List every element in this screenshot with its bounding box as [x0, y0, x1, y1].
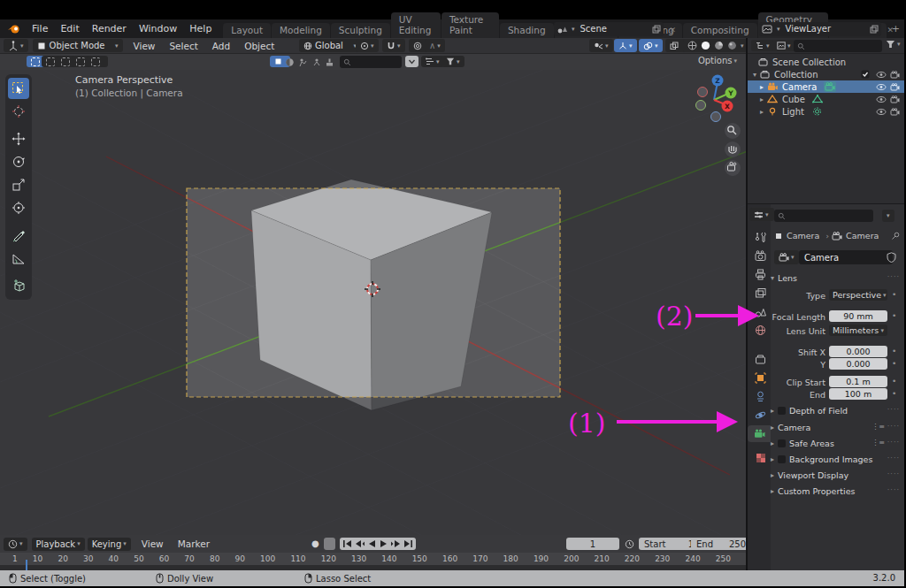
shift-x-field[interactable]: 0.000 [829, 346, 887, 357]
pivot-point-dropdown[interactable]: ▾ [356, 39, 379, 52]
transform-tool[interactable] [8, 197, 29, 218]
main-menu-item[interactable]: Help [183, 23, 218, 34]
disable-render-camera-icon[interactable] [890, 83, 900, 91]
breadcrumb-object[interactable]: Camera [787, 231, 819, 241]
axis-neg-x-ball[interactable] [698, 88, 708, 97]
panel-camera[interactable]: ▸Camera [771, 423, 810, 432]
panel-drag-dots[interactable]: ···· [887, 406, 900, 414]
viewport-menu-item[interactable]: Add [205, 41, 237, 51]
jump-to-end-button[interactable] [403, 539, 413, 548]
solid-shading-button[interactable] [699, 41, 712, 50]
viewport-menu-item[interactable]: View [127, 41, 163, 51]
select-mode-intersect-button[interactable] [87, 56, 108, 67]
outliner-filter-collection-dropdown[interactable]: ▾ [772, 40, 795, 51]
panel-background-images[interactable]: ▸Background Images [771, 454, 872, 464]
outliner-row-collection[interactable]: ▾ Collection [748, 68, 904, 80]
animate-dot[interactable]: • [892, 311, 896, 320]
properties-options-dropdown[interactable]: ▾ [882, 210, 894, 222]
hide-eye-icon[interactable] [876, 95, 887, 103]
tool-search-input[interactable] [340, 56, 402, 68]
viewport-canvas[interactable]: Z Y X Camera Perspective (1) Collection … [0, 70, 748, 535]
show-overlays-toggle[interactable]: ▾ [639, 39, 663, 52]
workspace-tab[interactable]: Texture Paint [441, 12, 499, 38]
animate-dot[interactable]: • [892, 347, 896, 355]
outliner-row-scene-collection[interactable]: Scene Collection [748, 56, 904, 68]
pin-icon[interactable] [891, 232, 900, 241]
current-frame-field[interactable]: 1 [566, 538, 619, 550]
annotate-tool[interactable] [8, 225, 29, 246]
animate-dot[interactable]: • [892, 359, 896, 368]
collection-checkbox[interactable] [861, 70, 870, 79]
panel-drag-dots[interactable]: ···· [887, 273, 900, 281]
display-mode-dropdown[interactable] [405, 56, 418, 67]
sort-dropdown[interactable]: ▾ [421, 56, 444, 67]
type-dropdown[interactable]: Perspective▾ [829, 289, 887, 301]
play-reverse-button[interactable] [367, 539, 377, 548]
main-menu-item[interactable]: Edit [54, 23, 85, 34]
brush-filter-icon[interactable] [325, 57, 334, 67]
timeline-view-menu[interactable]: View [134, 538, 171, 549]
rendered-shading-button[interactable] [726, 41, 739, 50]
axis-neg-z-ball[interactable] [711, 112, 721, 122]
panel-drag-dots[interactable]: ···· [887, 470, 900, 478]
scene-selector[interactable]: ▾ Scene [554, 22, 664, 36]
hide-eye-icon[interactable] [876, 71, 887, 79]
rotate-tool[interactable] [8, 151, 29, 172]
tab-texture-properties[interactable] [750, 449, 771, 466]
copy-icon[interactable] [652, 25, 664, 34]
lens-unit-dropdown[interactable]: Millimeters▾ [829, 325, 887, 336]
auto-key-options-button[interactable] [324, 538, 335, 550]
cursor-tool[interactable] [8, 101, 29, 122]
material-shading-button[interactable] [712, 41, 726, 50]
clip-start-field[interactable]: 0.1 m [829, 376, 887, 387]
mode-dropdown[interactable]: Object Mode▾ [33, 39, 123, 52]
focal-length-field[interactable]: 90 mm [829, 310, 887, 322]
workspace-tab[interactable]: Layout [223, 23, 271, 38]
main-menu-item[interactable]: Window [133, 23, 183, 34]
expand-arrow-icon[interactable]: ▸ [760, 83, 764, 91]
timeline-editor-type-button[interactable]: ▾ [4, 538, 27, 551]
viewport-menu-item[interactable]: Select [162, 41, 204, 51]
hide-eye-icon[interactable] [876, 83, 887, 91]
scene-unlink-icon[interactable]: ✕ [669, 26, 676, 34]
editor-divider[interactable] [746, 38, 748, 570]
sphere-filter-icon[interactable] [285, 57, 295, 67]
data-name-field[interactable]: Camera [799, 250, 893, 264]
lens-panel-header[interactable]: ▾Lens [771, 273, 797, 283]
options-dropdown[interactable]: Options▾ [698, 56, 737, 65]
axis-neg-y-ball[interactable] [696, 101, 706, 111]
orientation-dropdown[interactable]: Global▾ [299, 39, 361, 52]
show-gizmo-toggle[interactable]: ▾ [614, 39, 637, 52]
properties-editor-type-button[interactable]: ▾ [749, 208, 774, 221]
expand-arrow-icon[interactable]: ▸ [760, 108, 764, 116]
disable-render-camera-icon[interactable] [890, 71, 900, 79]
animate-dot[interactable]: • [892, 290, 896, 299]
tab-render-properties[interactable] [750, 248, 771, 264]
measure-tool[interactable] [8, 248, 29, 269]
viewport-menu-item[interactable]: Object [237, 41, 281, 51]
jump-to-start-button[interactable] [342, 539, 353, 548]
tab-output-properties[interactable] [750, 266, 771, 283]
panel-menu-icon[interactable]: ⋮≡ [871, 439, 885, 447]
outliner-search-input[interactable] [794, 40, 882, 52]
timeline-marker-menu[interactable]: Marker [171, 538, 217, 549]
main-menu-item[interactable]: File [26, 23, 54, 34]
pan-hand-button[interactable] [725, 141, 741, 157]
outliner-row-cube[interactable]: ▸ Cube [748, 93, 904, 105]
panel-depth-of-field[interactable]: ▸Depth of Field [771, 406, 848, 416]
add-cube-tool[interactable] [8, 275, 29, 296]
editor-type-button[interactable]: ▾ [4, 39, 28, 52]
breadcrumb-data[interactable]: Camera [846, 231, 879, 241]
panel-drag-dots[interactable]: ···· [887, 439, 900, 447]
workspace-tab[interactable]: Compositing [683, 23, 757, 38]
select-box-tool[interactable] [8, 78, 29, 99]
shift-y-field[interactable]: 0.000 [829, 358, 887, 370]
playback-dropdown[interactable]: Playback▾ [32, 538, 85, 551]
disable-render-camera-icon[interactable] [890, 108, 900, 116]
object-type-visibility-dropdown[interactable]: ▾ [589, 39, 613, 52]
properties-search-input[interactable] [774, 210, 873, 222]
frame-end-field[interactable]: End250 [691, 538, 751, 550]
animate-dot[interactable]: • [892, 377, 896, 386]
workspace-tab[interactable]: Sculpting [331, 23, 390, 38]
scale-tool[interactable] [8, 174, 29, 195]
